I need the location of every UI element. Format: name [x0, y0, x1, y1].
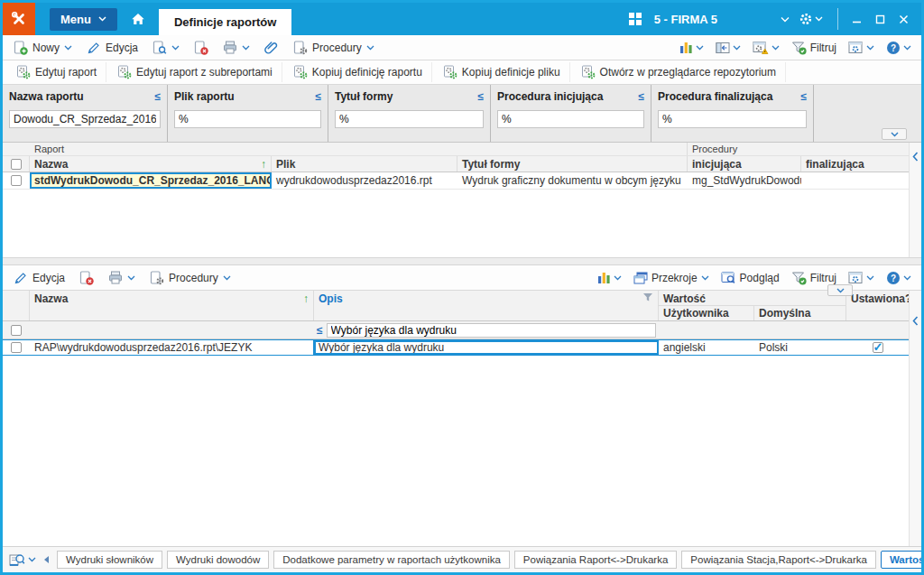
filter-label-init-procedure: Procedura inicjująca	[497, 90, 603, 103]
tab-wydruki-slownikow[interactable]: Wydruki słowników	[57, 551, 162, 569]
copy-report-definition-button[interactable]: Kopiuj definicję raportu	[284, 62, 432, 82]
tab-powiazania-raport-drukarka[interactable]: Powiązania Raport<->Drukarka	[514, 551, 677, 569]
params-edit-button[interactable]: Edycja	[7, 268, 71, 288]
col-header-finalizujaca[interactable]: finalizująca	[801, 156, 909, 172]
filter-input-final-procedure[interactable]	[658, 110, 807, 128]
home-button[interactable]	[131, 13, 145, 25]
titlebar-right: 5 - FIRMA 5	[629, 8, 921, 30]
filter-input-init-procedure[interactable]	[497, 110, 644, 128]
company-grid-icon[interactable]	[629, 13, 642, 25]
reports-group-header-row: Raport Procedury	[3, 143, 921, 156]
params-col-header-ustawiona[interactable]: Ustawiona?	[846, 291, 909, 320]
select-all-checkbox[interactable]	[3, 156, 30, 172]
attachments-button[interactable]	[258, 38, 285, 58]
collapse-left-icon[interactable]	[912, 152, 919, 162]
params-opis-filter: ≤	[314, 323, 659, 338]
col-header-tytul-formy[interactable]: Tytuł formy	[457, 156, 688, 172]
procedures-button[interactable]: Procedury	[287, 38, 381, 58]
filter-input-form-title[interactable]	[335, 110, 484, 128]
chevron-down-icon	[64, 45, 72, 51]
minimize-button[interactable]	[845, 8, 867, 30]
filter-panel-collapse-button[interactable]	[882, 128, 907, 140]
filter-op[interactable]: ≤	[638, 90, 644, 103]
params-procedures-button[interactable]: Procedury	[143, 268, 237, 288]
params-col-header-domyslna[interactable]: Domyślna	[754, 306, 845, 320]
column-filter-funnel-icon[interactable]	[642, 292, 653, 302]
cell-init-procedure[interactable]: mg_StdWydrukDowoduIni	[688, 172, 801, 189]
edit-report-subreports-button[interactable]: Edytuj raport z subreportami	[108, 62, 282, 82]
cell-report-file[interactable]: wydrukdowodusprzedaz2016.rpt	[272, 172, 457, 189]
view-search-button[interactable]	[9, 552, 36, 567]
filter-op[interactable]: ≤	[800, 90, 807, 103]
cell-form-title[interactable]: Wydruk graficzny dokumentu w obcym język…	[457, 172, 688, 189]
chevron-down-icon	[866, 275, 874, 281]
tab-dodatkowe-parametry[interactable]: Dodatkowe parametry w raportach użytkown…	[273, 551, 510, 569]
copy-file-definition-button[interactable]: Kopiuj definicje pliku	[434, 62, 570, 82]
collapse-left-icon[interactable]	[912, 316, 919, 326]
report-table-row[interactable]: stdWydrukDowodu_CR_Sprzedaz_2016_LANG wy…	[3, 172, 921, 190]
tabs-scroll-left-button[interactable]	[41, 555, 52, 564]
horizontal-splitter[interactable]	[3, 257, 921, 265]
settings-button[interactable]	[799, 12, 823, 26]
params-chart-button[interactable]	[596, 268, 624, 287]
new-button[interactable]: Nowy	[7, 38, 79, 58]
filter-input-report-file[interactable]	[174, 110, 321, 128]
group-header-wartosc[interactable]: Wartość	[659, 291, 845, 306]
gears-run-icon	[443, 65, 457, 79]
document-plus-icon	[14, 41, 28, 55]
cell-report-name-selected[interactable]: stdWydrukDowodu_CR_Sprzedaz_2016_LANG	[30, 172, 272, 189]
ustawiona-checkbox[interactable]	[873, 342, 883, 353]
cross-sections-button[interactable]: Przekroje	[632, 269, 711, 287]
window-settings-button[interactable]	[846, 38, 876, 57]
delete-button[interactable]	[188, 38, 215, 58]
cell-user-value[interactable]: angielski	[659, 340, 754, 355]
filter-op[interactable]: ≤	[477, 90, 484, 103]
filter-op[interactable]: ≤	[317, 324, 323, 337]
printer-icon	[108, 271, 123, 284]
tab-wydruki-dowodow[interactable]: Wydruki dowodów	[167, 551, 269, 569]
filter-input-report-name[interactable]	[9, 110, 161, 128]
col-header-inicjujaca[interactable]: inicjująca	[688, 156, 801, 172]
col-header-plik[interactable]: Plik	[272, 156, 457, 172]
row-checkbox[interactable]	[3, 172, 30, 189]
filter-op[interactable]: ≤	[154, 90, 161, 103]
tab-wartosci-parametrow[interactable]: Wartości parametrów	[881, 551, 924, 569]
open-repository-browser-button[interactable]: Otwórz w przeglądarce repozytorium	[572, 62, 786, 82]
window-settings-warning-button[interactable]	[751, 38, 781, 58]
col-header-nazwa[interactable]: Nazwa ↑	[30, 156, 272, 172]
edit-button[interactable]: Edycja	[80, 38, 144, 58]
params-help-button[interactable]: ?	[884, 268, 913, 288]
params-opis-filter-input[interactable]	[327, 323, 656, 338]
menu-button[interactable]: Menu	[50, 8, 117, 31]
cell-param-name[interactable]: RAP\wydrukdowodusprzedaz2016.rpt\JEZYK	[30, 340, 314, 355]
params-col-header-nazwa[interactable]: Nazwa ↑	[30, 291, 314, 320]
params-filter-checkbox[interactable]	[3, 325, 30, 336]
cell-default-value[interactable]: Polski	[754, 340, 846, 355]
params-filter-collapse-button[interactable]	[827, 284, 853, 296]
window-gear-warning-icon	[753, 41, 769, 55]
params-delete-button[interactable]	[73, 268, 100, 288]
preview-document-button[interactable]	[146, 38, 186, 58]
document-tab[interactable]: Definicje raportów	[159, 9, 291, 35]
close-button[interactable]	[892, 8, 914, 30]
company-chevron-icon[interactable]	[781, 16, 790, 23]
params-col-header-uzytkownika[interactable]: Użytkownika	[659, 306, 754, 320]
filter-op[interactable]: ≤	[315, 90, 321, 103]
edit-report-button[interactable]: Edytuj raport	[7, 62, 106, 82]
chevron-down-icon	[614, 275, 622, 281]
cell-final-procedure[interactable]	[801, 172, 909, 189]
print-button[interactable]	[217, 38, 256, 57]
chevron-down-icon	[171, 45, 180, 51]
params-col-header-opis[interactable]: Opis	[314, 291, 659, 320]
chart-button[interactable]	[678, 38, 706, 57]
help-button[interactable]: ?	[884, 38, 913, 58]
filter-button[interactable]: Filtruj	[790, 38, 838, 58]
params-print-button[interactable]	[102, 268, 142, 287]
tab-powiazania-stacja-raport-drukarka[interactable]: Powiązania Stacja,Raport<->Drukarka	[681, 551, 876, 569]
panel-layout-button[interactable]	[714, 39, 743, 57]
row-checkbox[interactable]	[3, 340, 30, 355]
maximize-button[interactable]	[869, 8, 891, 30]
parameter-table-row[interactable]: RAP\wydrukdowodusprzedaz2016.rpt\JEZYK W…	[3, 339, 909, 356]
preview-button[interactable]: Podgląd	[719, 268, 781, 287]
cell-param-description-selected[interactable]: Wybór języka dla wydruku	[314, 340, 659, 355]
